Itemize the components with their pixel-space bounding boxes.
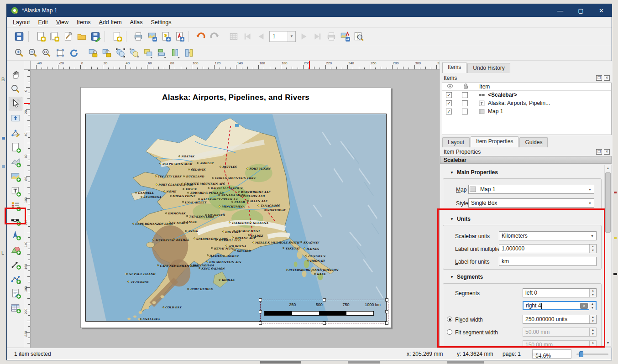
atlas-last-button[interactable] <box>311 30 324 43</box>
edit-nodes-tool[interactable] <box>9 126 22 140</box>
menu-items[interactable]: Items <box>73 18 95 27</box>
open-layout-button[interactable] <box>75 30 88 43</box>
add-3d-map-tool[interactable] <box>9 155 22 169</box>
lock-checkbox[interactable] <box>462 100 468 106</box>
distribute-items-button[interactable] <box>169 47 182 59</box>
menu-edit[interactable]: Edit <box>34 18 52 27</box>
add-picture-tool[interactable] <box>9 170 22 183</box>
menu-layout[interactable]: Layout <box>9 18 34 27</box>
ungroup-items-button[interactable] <box>128 47 141 59</box>
label-unit-multiplier-spinbox[interactable]: 1.000000 ▲▼ <box>499 244 597 253</box>
zoom-full-button[interactable] <box>54 47 67 59</box>
scalebar-units-combo[interactable]: Kilometers ▼ <box>499 231 597 240</box>
properties-scroll-area[interactable]: ▼ Main Properties Map Map 1 ▼ Style Sing… <box>440 165 604 348</box>
tab-items[interactable]: Items <box>442 62 466 73</box>
export-pdf-button[interactable] <box>173 30 186 43</box>
unlock-items-button[interactable] <box>100 47 113 59</box>
segments-left-spinbox[interactable]: left 0 ▲▼ <box>523 288 597 297</box>
fit-segment-width-radio[interactable] <box>447 329 452 335</box>
zoom-slider[interactable] <box>576 354 608 355</box>
selection-handle[interactable] <box>385 298 388 302</box>
atlas-page-combo[interactable]: 1▼ <box>269 31 296 42</box>
fixed-width-spinbox[interactable]: 250.000000 units ▲▼ <box>523 315 597 324</box>
layout-manager-button[interactable] <box>62 30 74 43</box>
atlas-settings-button[interactable] <box>227 30 240 43</box>
export-svg-button[interactable] <box>159 30 172 43</box>
selection-handle[interactable] <box>323 298 326 302</box>
export-atlas-button[interactable] <box>339 30 351 43</box>
items-tree-row[interactable]: ✓<Scalebar> <box>442 91 611 99</box>
pan-tool[interactable] <box>9 68 22 81</box>
new-layout-button[interactable] <box>34 30 47 43</box>
align-items-button[interactable] <box>155 47 168 59</box>
tab-guides[interactable]: Guides <box>519 137 548 147</box>
horizontal-ruler[interactable]: -40-200204060801001201401601802002202402… <box>31 61 440 70</box>
selection-handle[interactable] <box>259 322 262 325</box>
zoom-tool[interactable] <box>9 82 22 96</box>
segments-right-spinbox-focused[interactable]: right 4 ✕ ▲▼ <box>523 301 597 310</box>
clear-text-icon[interactable]: ✕ <box>580 303 588 309</box>
items-tree[interactable]: Item✓<Scalebar>✓Alaska: Airports, Pipeli… <box>442 83 612 135</box>
zoom-in-button[interactable] <box>13 47 26 59</box>
visibility-checkbox[interactable]: ✓ <box>446 92 452 98</box>
redo-button[interactable] <box>208 30 221 43</box>
vertical-ruler[interactable]: 020406080100120140160180200220 <box>24 70 31 348</box>
selection-handle[interactable] <box>385 310 388 313</box>
duplicate-layout-button[interactable] <box>48 30 61 43</box>
layout-page[interactable]: Alaska: Airports, Pipelines, and Rivers <box>80 87 391 328</box>
add-shape-tool[interactable] <box>9 243 22 256</box>
menu-atlas[interactable]: Atlas <box>126 18 147 27</box>
refresh-button[interactable] <box>68 47 80 59</box>
scroll-up-icon[interactable]: ▲ <box>605 165 611 172</box>
map-title-item[interactable]: Alaska: Airports, Pipelines, and Rivers <box>81 93 391 102</box>
preview-atlas-button[interactable] <box>352 30 365 43</box>
print-button[interactable] <box>132 30 145 43</box>
scroll-down-icon[interactable]: ▼ <box>605 340 611 346</box>
lock-checkbox[interactable] <box>462 92 468 98</box>
undo-button[interactable] <box>194 30 207 43</box>
add-node-item-tool[interactable] <box>9 272 22 286</box>
add-items-from-template-button[interactable] <box>110 30 123 43</box>
items-tree-row[interactable]: ✓Alaska: Airports, Pipelin... <box>442 99 611 107</box>
selection-handle[interactable] <box>259 310 262 313</box>
add-table-tool[interactable] <box>9 301 22 315</box>
resize-items-button[interactable] <box>183 47 195 59</box>
spin-arrows-icon[interactable]: ▲▼ <box>589 302 596 309</box>
raise-items-button[interactable] <box>141 47 154 59</box>
units-group-header[interactable]: ▼ Units <box>450 216 471 222</box>
move-content-tool[interactable] <box>9 111 22 125</box>
save-as-template-button[interactable] <box>89 30 102 43</box>
spin-arrows-icon[interactable]: ▲▼ <box>589 289 596 297</box>
title-bar[interactable]: *Alaska Map 1 — ▢ ✕ <box>7 4 612 17</box>
lock-items-button[interactable] <box>87 47 100 59</box>
add-html-tool[interactable] <box>9 286 22 300</box>
close-button[interactable]: ✕ <box>591 4 612 17</box>
add-arrow-tool[interactable] <box>9 257 22 271</box>
layout-canvas[interactable]: Alaska: Airports, Pipelines, and Rivers <box>31 70 440 348</box>
float-panel-icon[interactable]: ❐ <box>596 75 602 81</box>
menu-view[interactable]: View <box>52 18 73 27</box>
tab-item-properties[interactable]: Item Properties <box>471 136 518 147</box>
select-move-tool[interactable] <box>9 97 22 110</box>
add-label-tool[interactable] <box>9 184 22 198</box>
close-panel-icon[interactable]: ✕ <box>604 75 610 81</box>
visibility-checkbox[interactable]: ✓ <box>446 100 452 106</box>
items-tree-row[interactable]: ✓Map 1 <box>442 107 611 115</box>
close-panel-icon[interactable]: ✕ <box>604 149 610 155</box>
group-items-button[interactable] <box>114 47 127 59</box>
map-combo[interactable]: Map 1 ▼ <box>468 185 594 194</box>
print-atlas-button[interactable] <box>325 30 338 43</box>
spin-arrows-icon[interactable]: ▲▼ <box>589 244 596 253</box>
tab-undo-history[interactable]: Undo History <box>467 63 510 73</box>
menu-add-item[interactable]: Add Item <box>95 18 126 27</box>
export-image-button[interactable] <box>146 30 158 43</box>
scalebar-item-selected[interactable]: 2505007501000 km <box>260 300 388 323</box>
add-legend-tool[interactable] <box>9 199 22 213</box>
minimize-button[interactable]: — <box>550 4 571 17</box>
atlas-next-button[interactable] <box>298 30 310 43</box>
maximize-button[interactable]: ▢ <box>571 4 591 17</box>
segments-group-header[interactable]: ▼ Segments <box>450 274 483 280</box>
selection-handle[interactable] <box>323 322 326 325</box>
spin-arrows-icon[interactable]: ▲▼ <box>589 315 596 323</box>
main-properties-group-header[interactable]: ▼ Main Properties <box>450 169 498 176</box>
